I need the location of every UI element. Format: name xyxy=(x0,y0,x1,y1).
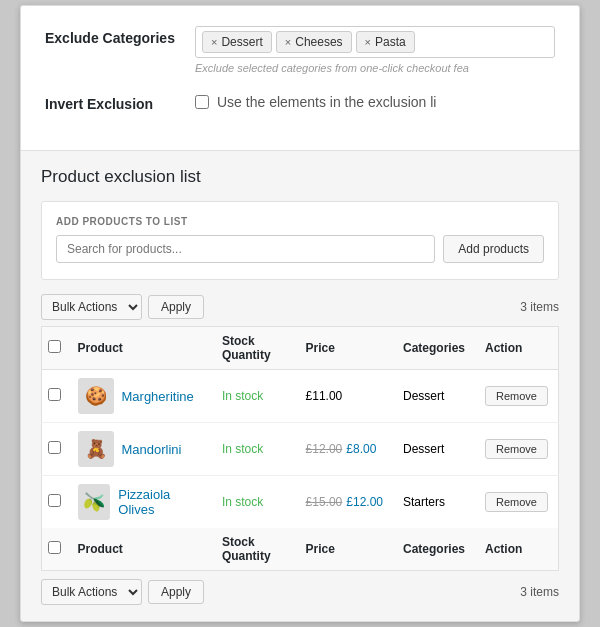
select-all-checkbox-footer[interactable] xyxy=(48,541,61,554)
stock-status-pizzaiola-olives: In stock xyxy=(222,495,263,509)
footer-toolbar: Bulk Actions Apply 3 items xyxy=(41,579,559,605)
table-row: 🧸MandorliniIn stock£12.00£8.00DessertRem… xyxy=(42,423,559,476)
stock-cell-margheritine: In stock xyxy=(212,370,296,423)
invert-exclusion-content: Use the elements in the exclusion li xyxy=(195,94,555,110)
invert-exclusion-text: Use the elements in the exclusion li xyxy=(217,94,436,110)
bulk-actions-select[interactable]: Bulk Actions xyxy=(41,294,142,320)
tag-pasta-label: Pasta xyxy=(375,35,406,49)
search-row: Add products xyxy=(56,235,544,263)
row-checkbox-mandorlini[interactable] xyxy=(48,441,61,454)
tag-pasta-remove-icon[interactable]: × xyxy=(365,36,371,48)
header-categories: Categories xyxy=(393,327,475,370)
remove-button-margheritine[interactable]: Remove xyxy=(485,386,548,406)
product-cell-margheritine: 🍪Margheritine xyxy=(68,370,212,423)
table-row: 🍪MargheritineIn stock£11.00DessertRemove xyxy=(42,370,559,423)
header-stock: Stock Quantity xyxy=(212,327,296,370)
table-footer-header-row: Product Stock Quantity Price Categories … xyxy=(42,528,559,571)
price-old-mandorlini: £12.00 xyxy=(306,442,343,456)
price-cell-pizzaiola-olives: £15.00£12.00 xyxy=(296,476,393,529)
header-price: Price xyxy=(296,327,393,370)
table-header-row: Product Stock Quantity Price Categories … xyxy=(42,327,559,370)
select-all-checkbox[interactable] xyxy=(48,340,61,353)
footer-toolbar-left: Bulk Actions Apply xyxy=(41,579,204,605)
row-check-mandorlini xyxy=(42,423,68,476)
tag-dessert-remove-icon[interactable]: × xyxy=(211,36,217,48)
header-product: Product xyxy=(68,327,212,370)
exclude-categories-content: × Dessert × Cheeses × Pasta Exclude sele… xyxy=(195,26,555,74)
row-check-margheritine xyxy=(42,370,68,423)
page-wrap: Exclude Categories × Dessert × Cheeses ×… xyxy=(20,5,580,622)
row-checkbox-pizzaiola-olives[interactable] xyxy=(48,494,61,507)
exclude-categories-label: Exclude Categories xyxy=(45,26,195,46)
stock-cell-mandorlini: In stock xyxy=(212,423,296,476)
product-thumb-mandorlini: 🧸 xyxy=(78,431,114,467)
category-cell-pizzaiola-olives: Starters xyxy=(393,476,475,529)
action-cell-margheritine: Remove xyxy=(475,370,558,423)
footer-header-price: Price xyxy=(296,528,393,571)
table-row: 🫒Pizzaiola OlivesIn stock£15.00£12.00Sta… xyxy=(42,476,559,529)
exclude-hint: Exclude selected categories from one-cli… xyxy=(195,62,555,74)
invert-exclusion-label: Invert Exclusion xyxy=(45,92,195,112)
price-margheritine: £11.00 xyxy=(306,389,343,403)
remove-button-mandorlini[interactable]: Remove xyxy=(485,439,548,459)
price-cell-mandorlini: £12.00£8.00 xyxy=(296,423,393,476)
footer-header-stock: Stock Quantity xyxy=(212,528,296,571)
top-section: Exclude Categories × Dessert × Cheeses ×… xyxy=(21,6,579,151)
footer-header-categories: Categories xyxy=(393,528,475,571)
action-cell-mandorlini: Remove xyxy=(475,423,558,476)
product-cell-mandorlini: 🧸Mandorlini xyxy=(68,423,212,476)
product-link-mandorlini[interactable]: Mandorlini xyxy=(122,442,182,457)
footer-check xyxy=(42,528,68,571)
invert-exclusion-checkbox-label[interactable]: Use the elements in the exclusion li xyxy=(195,94,555,110)
exclude-categories-row: Exclude Categories × Dessert × Cheeses ×… xyxy=(45,26,555,74)
search-input[interactable] xyxy=(56,235,435,263)
tag-cheeses[interactable]: × Cheeses xyxy=(276,31,352,53)
price-new-pizzaiola-olives: £12.00 xyxy=(346,495,383,509)
tag-cheeses-label: Cheeses xyxy=(295,35,342,49)
remove-button-pizzaiola-olives[interactable]: Remove xyxy=(485,492,548,512)
product-link-pizzaiola-olives[interactable]: Pizzaiola Olives xyxy=(118,487,202,517)
toolbar-left: Bulk Actions Apply xyxy=(41,294,204,320)
price-new-mandorlini: £8.00 xyxy=(346,442,376,456)
action-cell-pizzaiola-olives: Remove xyxy=(475,476,558,529)
section-title: Product exclusion list xyxy=(41,167,559,187)
invert-exclusion-row: Invert Exclusion Use the elements in the… xyxy=(45,92,555,112)
products-table: Product Stock Quantity Price Categories … xyxy=(41,326,559,571)
tags-container[interactable]: × Dessert × Cheeses × Pasta xyxy=(195,26,555,58)
stock-status-margheritine: In stock xyxy=(222,389,263,403)
stock-cell-pizzaiola-olives: In stock xyxy=(212,476,296,529)
price-cell-margheritine: £11.00 xyxy=(296,370,393,423)
apply-button-footer[interactable]: Apply xyxy=(148,580,204,604)
tag-pasta[interactable]: × Pasta xyxy=(356,31,415,53)
header-action: Action xyxy=(475,327,558,370)
category-cell-margheritine: Dessert xyxy=(393,370,475,423)
add-products-button[interactable]: Add products xyxy=(443,235,544,263)
add-products-box: ADD PRODUCTS TO LIST Add products xyxy=(41,201,559,280)
product-thumb-margheritine: 🍪 xyxy=(78,378,114,414)
bulk-actions-select-footer[interactable]: Bulk Actions xyxy=(41,579,142,605)
product-thumb-pizzaiola-olives: 🫒 xyxy=(78,484,111,520)
product-link-margheritine[interactable]: Margheritine xyxy=(122,389,194,404)
row-check-pizzaiola-olives xyxy=(42,476,68,529)
footer-header-action: Action xyxy=(475,528,558,571)
footer-header-product: Product xyxy=(68,528,212,571)
header-check xyxy=(42,327,68,370)
items-count-top: 3 items xyxy=(520,300,559,314)
row-checkbox-margheritine[interactable] xyxy=(48,388,61,401)
items-count-footer: 3 items xyxy=(520,585,559,599)
tag-cheeses-remove-icon[interactable]: × xyxy=(285,36,291,48)
product-cell-pizzaiola-olives: 🫒Pizzaiola Olives xyxy=(68,476,212,529)
tag-dessert[interactable]: × Dessert xyxy=(202,31,272,53)
top-toolbar: Bulk Actions Apply 3 items xyxy=(41,294,559,320)
stock-status-mandorlini: In stock xyxy=(222,442,263,456)
apply-button-top[interactable]: Apply xyxy=(148,295,204,319)
tag-dessert-label: Dessert xyxy=(221,35,262,49)
add-products-label: ADD PRODUCTS TO LIST xyxy=(56,216,544,227)
bottom-section: Product exclusion list ADD PRODUCTS TO L… xyxy=(21,151,579,621)
invert-exclusion-checkbox[interactable] xyxy=(195,95,209,109)
category-cell-mandorlini: Dessert xyxy=(393,423,475,476)
price-old-pizzaiola-olives: £15.00 xyxy=(306,495,343,509)
